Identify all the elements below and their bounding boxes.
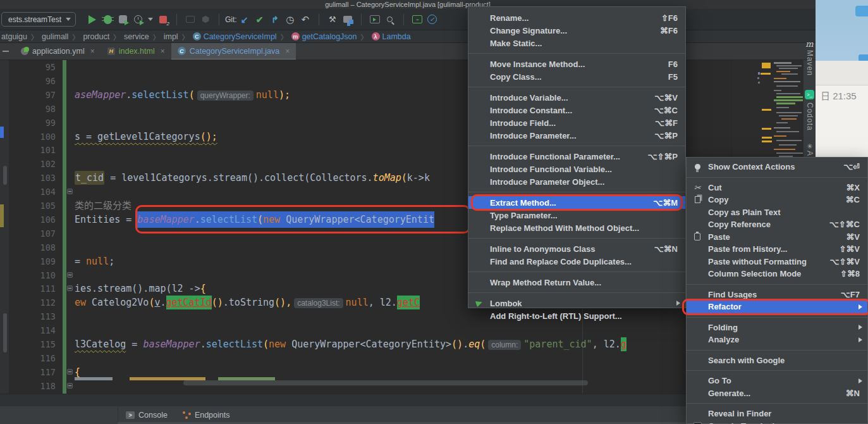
ant-icon[interactable]: ✳ <box>807 142 812 151</box>
menu-item-reveal-in-finder[interactable]: Reveal in Finder <box>687 408 867 420</box>
search-everywhere-button[interactable] <box>382 12 398 27</box>
editor-tab-index.html[interactable]: Hindex.html× <box>101 43 171 59</box>
run-button[interactable] <box>85 12 100 27</box>
menu-item-wrap-method-return-value[interactable]: Wrap Method Return Value... <box>468 276 685 289</box>
menu-item-analyze[interactable]: Analyze <box>687 334 867 346</box>
menu-item-show-context-actions[interactable]: Show Context Actions⌥⏎ <box>687 161 867 173</box>
breadcrumb-item-product[interactable]: product <box>83 32 109 41</box>
tool-tab-endpoints[interactable]: Endpoints <box>175 411 238 420</box>
breadcrumb-item-categoryserviceimpl[interactable]: CCategoryServiceImpl <box>193 32 277 41</box>
project-structure-button[interactable] <box>340 12 355 27</box>
profiler-button[interactable] <box>130 12 145 27</box>
stop-button[interactable] <box>156 12 171 27</box>
menu-item-introduce-parameter-object[interactable]: Introduce Parameter Object... <box>468 175 685 188</box>
menu-item-introduce-field[interactable]: Introduce Field...⌥⌘F <box>468 116 685 129</box>
chevron-down-icon[interactable] <box>148 18 153 21</box>
debug-button[interactable] <box>100 12 115 27</box>
menu-item-introduce-functional-parameter[interactable]: Introduce Functional Parameter...⌥⇧⌘P <box>468 150 685 163</box>
menu-item-copy-as-plain-text[interactable]: Copy as Plain Text <box>687 206 867 219</box>
collapse-dash-icon[interactable] <box>3 51 9 52</box>
menu-item-column-selection-mode[interactable]: Column Selection Mode⇧⌘8 <box>687 268 867 280</box>
horizontal-scrollbar[interactable] <box>183 380 588 385</box>
menu-item-search-with-google[interactable]: Search with Google <box>687 354 867 367</box>
editor-tab-application.yml[interactable]: application.yml× <box>15 43 101 59</box>
terminal-button[interactable] <box>367 12 382 27</box>
menu-item-introduce-variable[interactable]: Introduce Variable...⌥⌘V <box>468 91 685 104</box>
menu-shortcut: ⌥⌘F <box>644 118 678 128</box>
menu-item-make-static[interactable]: Make Static... <box>468 37 685 49</box>
menu-item-move-instance-method[interactable]: Move Instance Method...F6 <box>468 58 685 70</box>
menu-item-find-and-replace-code-duplicates[interactable]: Find and Replace Code Duplicates... <box>468 255 685 268</box>
menu-item-extract-method[interactable]: Extract Method...⌥⌘M <box>468 196 685 209</box>
menu-item-lombok[interactable]: Lombok <box>468 297 685 309</box>
fold-marker-icon[interactable] <box>67 285 73 291</box>
close-icon[interactable]: × <box>90 47 95 56</box>
menu-shortcut: ⌥⏎ <box>832 162 860 171</box>
tool-stripe-ant[interactable]: A <box>805 151 814 156</box>
codota-icon[interactable]: >_ <box>805 90 814 99</box>
menu-item-generate[interactable]: Generate...⌘N <box>687 387 867 400</box>
menu-item-add-right-to-left-rtl-support[interactable]: Add Right-to-Left (RTL) Support... <box>468 309 685 322</box>
fold-marker-icon[interactable] <box>67 383 73 389</box>
codota-status-button[interactable]: ✓ <box>425 12 440 27</box>
close-icon[interactable]: × <box>161 47 165 56</box>
fold-marker-icon[interactable] <box>67 189 73 194</box>
strip-scroll-thumb[interactable] <box>3 313 7 352</box>
menu-item-copy-reference[interactable]: Copy Reference⌥⇧⌘C <box>687 218 867 231</box>
minimap-mark <box>779 115 798 116</box>
menu-item-copy[interactable]: Copy⌘C <box>687 194 867 206</box>
menu-shortcut: ⌥⌘V <box>643 93 678 103</box>
menu-item-type-parameter[interactable]: Type Parameter... <box>468 209 685 221</box>
close-icon[interactable]: × <box>285 47 290 56</box>
run-with-coverage-button[interactable] <box>115 12 130 27</box>
breadcrumb-item-gulimall[interactable]: gulimall <box>42 32 68 41</box>
menu-item-paste[interactable]: Paste⌘V <box>687 231 867 244</box>
fold-marker-icon[interactable] <box>67 272 73 278</box>
run-configuration-combo[interactable]: ests.streamTest <box>1 12 76 27</box>
menu-item-copy-class[interactable]: Copy Class...F5 <box>468 70 685 83</box>
monitor-plugin-button[interactable]: ⌁ <box>410 12 425 27</box>
code-line-115[interactable]: 115l3Catelog = baseMapper.selectList(new… <box>0 337 731 351</box>
menu-item-introduce-constant[interactable]: Introduce Constant...⌥⌘C <box>468 104 685 116</box>
settings-wrench-button[interactable]: ⚒ <box>325 12 340 27</box>
menu-item-inline-to-anonymous-class[interactable]: Inline to Anonymous Class⌥⌘N <box>468 242 685 255</box>
git-update-button[interactable]: ↙ <box>237 12 252 27</box>
breadcrumb-item-service[interactable]: service <box>124 32 149 41</box>
menu-item-introduce-parameter[interactable]: Introduce Parameter...⌥⌘P <box>468 129 685 142</box>
strip-scroll-thumb[interactable] <box>3 166 7 185</box>
menu-item-label: Find Usages <box>708 290 757 299</box>
menu-item-change-signature[interactable]: Change Signature...⌘F6 <box>468 24 685 37</box>
fold-marker-icon[interactable] <box>67 369 73 375</box>
rollback-button[interactable]: ↶ <box>298 12 313 27</box>
tool-tab-console[interactable]: > Console <box>118 411 175 420</box>
menu-item-open-in-terminal[interactable]: >_Open in Terminal <box>687 420 867 424</box>
chevron-down-icon <box>66 18 71 21</box>
menu-item-introduce-functional-variable[interactable]: Introduce Functional Variable... <box>468 163 685 175</box>
editor-tab-CategoryServiceImpl.java[interactable]: CCategoryServiceImpl.java× <box>171 43 296 59</box>
menu-item-label: Show Context Actions <box>708 162 795 171</box>
menu-item-paste-without-formatting[interactable]: Paste without Formatting⌥⇧⌘V <box>687 256 867 268</box>
menu-item-folding[interactable]: Folding <box>687 321 867 334</box>
code-line-114[interactable]: 114 <box>0 323 731 337</box>
breadcrumb-item-atguigu[interactable]: atguigu <box>1 32 27 41</box>
menu-separator <box>687 370 867 371</box>
minimap-mark <box>776 122 788 123</box>
build-artifact-button <box>198 12 213 27</box>
breadcrumb-item-lambda[interactable]: λLambda <box>372 32 411 41</box>
code-line-116[interactable]: 116 <box>0 351 731 365</box>
tool-stripe-codota[interactable]: Codota <box>805 103 814 131</box>
git-commit-button[interactable]: ✔ <box>252 12 267 27</box>
menu-item-rename[interactable]: Rename...⇧F6 <box>468 11 685 24</box>
menu-item-replace-method-with-method-object[interactable]: Replace Method With Method Object... <box>468 221 685 234</box>
menu-item-refactor[interactable]: Refactor <box>687 301 867 313</box>
menu-item-go-to[interactable]: Go To <box>687 375 867 387</box>
breadcrumb-item-impl[interactable]: impl <box>164 32 178 41</box>
menu-item-find-usages[interactable]: Find Usages⌥F7 <box>687 289 867 301</box>
git-push-button[interactable]: ↰ <box>267 12 283 27</box>
menu-item-label: Generate... <box>708 389 750 398</box>
tool-stripe-maven[interactable]: Maven <box>805 50 814 76</box>
menu-item-paste-from-history[interactable]: Paste from History...⇧⌘V <box>687 243 867 256</box>
local-history-button[interactable]: ◷ <box>283 12 298 27</box>
breadcrumb-item-getcatalogjson[interactable]: mgetCatalogJson <box>291 32 357 41</box>
menu-item-cut[interactable]: ✂Cut⌘X <box>687 182 867 194</box>
